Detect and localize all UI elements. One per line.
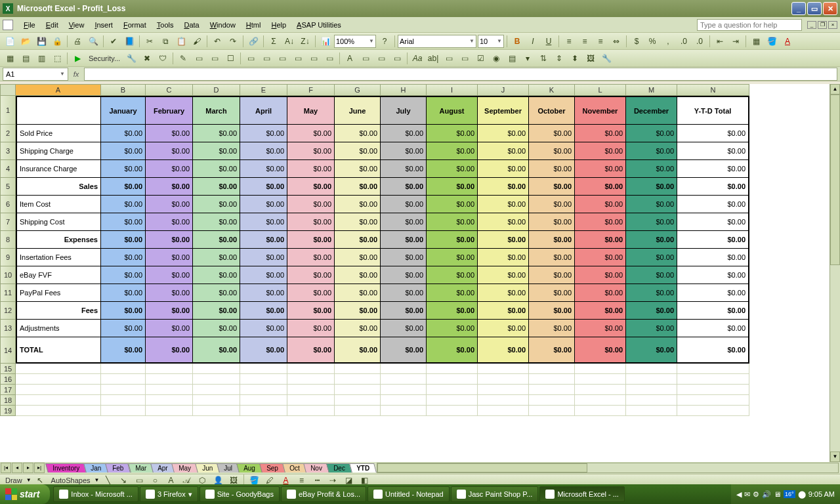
sheet-tab-sep[interactable]: Sep bbox=[259, 463, 285, 472]
combo-control-icon[interactable]: ▾ bbox=[520, 51, 535, 66]
cell-N4[interactable]: $0.00 bbox=[677, 160, 749, 178]
cell-B1[interactable]: January bbox=[101, 96, 146, 125]
cell-H10[interactable]: $0.00 bbox=[381, 266, 427, 284]
select-all-corner[interactable] bbox=[0, 84, 16, 96]
cell-J1[interactable]: September bbox=[478, 96, 529, 125]
play-icon[interactable]: ▶ bbox=[70, 51, 85, 66]
label-control-icon[interactable]: Aa bbox=[410, 51, 425, 66]
cell-K7[interactable]: $0.00 bbox=[529, 213, 575, 231]
cell-M4[interactable]: $0.00 bbox=[626, 160, 677, 178]
font-color-icon[interactable]: A bbox=[780, 34, 795, 49]
cell-B10[interactable]: $0.00 bbox=[101, 266, 146, 284]
cell-J17[interactable] bbox=[478, 385, 529, 395]
merge-center-icon[interactable]: ⇔ bbox=[609, 34, 623, 49]
cell-K2[interactable]: $0.00 bbox=[529, 125, 575, 142]
cell-E16[interactable] bbox=[240, 374, 287, 385]
cell-A12[interactable]: Fees bbox=[16, 302, 101, 320]
sheet-tab-aug[interactable]: Aug bbox=[236, 463, 262, 472]
cell-L17[interactable] bbox=[575, 385, 626, 395]
cell-H15[interactable] bbox=[381, 364, 427, 374]
cell-L19[interactable] bbox=[575, 406, 626, 416]
row-header-19[interactable]: 19 bbox=[0, 406, 16, 416]
tray-clock[interactable]: 9:05 AM bbox=[808, 490, 835, 498]
cell-D7[interactable]: $0.00 bbox=[193, 213, 240, 231]
form-control-icon[interactable]: ▭ bbox=[322, 51, 337, 66]
cell-H14[interactable]: $0.00 bbox=[381, 337, 427, 364]
cell-H2[interactable]: $0.00 bbox=[381, 125, 427, 142]
cell-C17[interactable] bbox=[146, 385, 193, 395]
cell-J14[interactable]: $0.00 bbox=[478, 337, 529, 364]
cell-E8[interactable]: $0.00 bbox=[240, 231, 287, 249]
formula-input[interactable] bbox=[84, 68, 837, 81]
cell-H5[interactable]: $0.00 bbox=[381, 178, 427, 196]
cell-J8[interactable]: $0.00 bbox=[478, 231, 529, 249]
cell-H17[interactable] bbox=[381, 385, 427, 395]
cell-J18[interactable] bbox=[478, 395, 529, 406]
cell-C9[interactable]: $0.00 bbox=[146, 249, 193, 266]
cell-J11[interactable]: $0.00 bbox=[478, 284, 529, 302]
cell-K13[interactable]: $0.00 bbox=[529, 320, 575, 337]
cell-A2[interactable]: Sold Price bbox=[16, 125, 101, 142]
help-question-input[interactable] bbox=[697, 19, 802, 31]
cell-I19[interactable] bbox=[427, 406, 478, 416]
cell-J19[interactable] bbox=[478, 406, 529, 416]
scroll-up-arrow-icon[interactable]: ▲ bbox=[830, 84, 840, 94]
cell-N17[interactable] bbox=[677, 385, 749, 395]
cell-G12[interactable]: $0.00 bbox=[335, 302, 381, 320]
list-control-icon[interactable]: ▤ bbox=[505, 51, 519, 66]
cell-J7[interactable]: $0.00 bbox=[478, 213, 529, 231]
cell-F1[interactable]: May bbox=[287, 96, 335, 125]
sheet-tab-jun[interactable]: Jun bbox=[195, 463, 220, 472]
cell-A16[interactable] bbox=[16, 374, 101, 385]
cell-C19[interactable] bbox=[146, 406, 193, 416]
research-icon[interactable]: 📘 bbox=[122, 34, 136, 49]
column-header-E[interactable]: E bbox=[240, 84, 287, 96]
cell-E18[interactable] bbox=[240, 395, 287, 406]
cell-M6[interactable]: $0.00 bbox=[626, 196, 677, 213]
underline-button[interactable]: U bbox=[541, 34, 556, 49]
cell-N15[interactable] bbox=[677, 364, 749, 374]
cell-D17[interactable] bbox=[193, 385, 240, 395]
cell-D10[interactable]: $0.00 bbox=[193, 266, 240, 284]
cell-M9[interactable]: $0.00 bbox=[626, 249, 677, 266]
cell-D11[interactable]: $0.00 bbox=[193, 284, 240, 302]
print-icon[interactable]: 🖨 bbox=[70, 34, 85, 49]
cell-G14[interactable]: $0.00 bbox=[335, 337, 381, 364]
cell-K5[interactable]: $0.00 bbox=[529, 178, 575, 196]
cell-K3[interactable]: $0.00 bbox=[529, 142, 575, 160]
cell-I5[interactable]: $0.00 bbox=[427, 178, 478, 196]
scroll-thumb[interactable] bbox=[830, 94, 840, 265]
cell-L3[interactable]: $0.00 bbox=[575, 142, 626, 160]
hyperlink-icon[interactable]: 🔗 bbox=[246, 34, 261, 49]
cell-A4[interactable]: Insurance Charge bbox=[16, 160, 101, 178]
cell-E19[interactable] bbox=[240, 406, 287, 416]
autoshapes-menu[interactable]: AutoShapes bbox=[49, 476, 93, 484]
draw-menu[interactable]: Draw bbox=[3, 476, 25, 484]
cell-B12[interactable]: $0.00 bbox=[101, 302, 146, 320]
cell-F19[interactable] bbox=[287, 406, 335, 416]
cell-K8[interactable]: $0.00 bbox=[529, 231, 575, 249]
cell-E15[interactable] bbox=[240, 364, 287, 374]
cell-H16[interactable] bbox=[381, 374, 427, 385]
cell-K6[interactable]: $0.00 bbox=[529, 196, 575, 213]
cell-E12[interactable]: $0.00 bbox=[240, 302, 287, 320]
cell-C18[interactable] bbox=[146, 395, 193, 406]
open-icon[interactable]: 📂 bbox=[18, 34, 33, 49]
copy-icon[interactable]: ⧉ bbox=[158, 34, 173, 49]
cell-F4[interactable]: $0.00 bbox=[287, 160, 335, 178]
form-icon[interactable]: ☐ bbox=[223, 51, 238, 66]
tray-icon[interactable]: ⬤ bbox=[798, 490, 806, 499]
cell-J4[interactable]: $0.00 bbox=[478, 160, 529, 178]
sort-asc-icon[interactable]: A↓ bbox=[282, 34, 297, 49]
italic-button[interactable]: I bbox=[526, 34, 540, 49]
cell-I9[interactable]: $0.00 bbox=[427, 249, 478, 266]
cell-D18[interactable] bbox=[193, 395, 240, 406]
cell-D8[interactable]: $0.00 bbox=[193, 231, 240, 249]
cell-L6[interactable]: $0.00 bbox=[575, 196, 626, 213]
cell-I8[interactable]: $0.00 bbox=[427, 231, 478, 249]
cell-E17[interactable] bbox=[240, 385, 287, 395]
cell-B5[interactable]: $0.00 bbox=[101, 178, 146, 196]
cell-G2[interactable]: $0.00 bbox=[335, 125, 381, 142]
column-header-L[interactable]: L bbox=[575, 84, 626, 96]
undo-icon[interactable]: ↶ bbox=[210, 34, 224, 49]
